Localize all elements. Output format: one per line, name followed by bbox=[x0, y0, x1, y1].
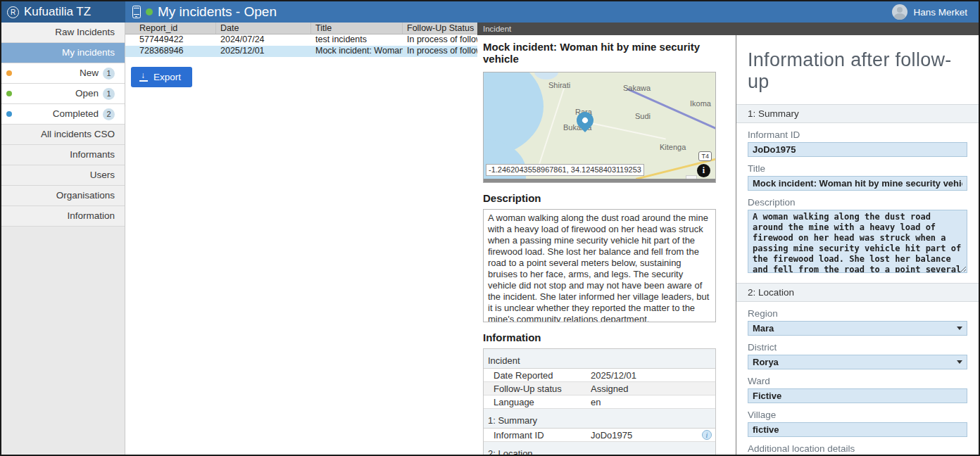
mobile-phone-icon bbox=[132, 6, 141, 18]
brand-logo-icon: R bbox=[7, 6, 19, 18]
app-window: R Kufuatilia TZ My incidents - Open Hans… bbox=[0, 0, 980, 456]
description-field[interactable]: A woman walking along the dust road arou… bbox=[748, 210, 967, 273]
map-attribution-info-icon[interactable]: i bbox=[697, 164, 710, 177]
info-row: Date Reported 2025/12/01 bbox=[484, 369, 715, 382]
sidebar-item-raw-incidents[interactable]: Raw Incidents bbox=[1, 23, 125, 43]
incident-location-map[interactable]: Shirati Sakawa Ikoma Rara Sudi Bukama Ki… bbox=[483, 72, 716, 183]
region-label: Region bbox=[748, 308, 967, 319]
user-menu[interactable]: Hans Merket bbox=[892, 4, 979, 20]
info-row-value: en bbox=[591, 395, 715, 408]
informant-id-field[interactable] bbox=[748, 142, 967, 157]
user-avatar bbox=[892, 4, 907, 20]
open-status-dot-icon bbox=[6, 91, 12, 96]
sidebar-item-new[interactable]: New1 bbox=[1, 63, 125, 84]
column-header-report-id[interactable]: Report_id bbox=[125, 23, 216, 34]
page-header: My incidents - Open bbox=[125, 4, 892, 20]
sidebar-item-label: Users bbox=[90, 170, 115, 180]
sidebar-item-label: All incidents CSO bbox=[41, 129, 115, 139]
cell-title: test incidents bbox=[311, 34, 403, 46]
cell-report-id: 728368946 bbox=[125, 46, 216, 57]
district-value: Rorya bbox=[753, 357, 779, 367]
information-table: Incident Date Reported 2025/12/01 Follow… bbox=[483, 348, 716, 455]
description-label: Description bbox=[748, 197, 967, 208]
sidebar-item-label: Completed bbox=[53, 108, 99, 119]
region-select[interactable]: Mara bbox=[748, 321, 967, 336]
info-row: Language en bbox=[484, 395, 715, 409]
sidebar-item-open[interactable]: Open1 bbox=[1, 84, 125, 104]
map-water-shape bbox=[534, 72, 558, 80]
column-header-date[interactable]: Date bbox=[216, 23, 311, 34]
completed-status-dot-icon bbox=[6, 111, 12, 117]
download-icon bbox=[139, 73, 148, 82]
map-place-label: Shirati bbox=[548, 81, 570, 89]
cell-report-id: 577449422 bbox=[125, 34, 216, 46]
info-row: Follow-Up status Assigned bbox=[484, 382, 715, 395]
map-place-label: Ikoma bbox=[690, 99, 711, 108]
info-section-row: Incident bbox=[484, 349, 715, 369]
ward-label: Ward bbox=[748, 376, 967, 386]
map-coordinates: -1.2462043558967861, 34.12458403119253 bbox=[486, 164, 644, 176]
incident-title: Mock incident: Woman hit by mine securit… bbox=[483, 41, 716, 65]
sidebar-item-all-incidents-cso[interactable]: All incidents CSO bbox=[1, 125, 125, 145]
additional-location-label: Additional location details bbox=[748, 443, 967, 454]
title-field[interactable] bbox=[748, 176, 967, 191]
incident-detail-overlay: Incident Mock incident: Woman hit by min… bbox=[477, 23, 979, 455]
title-label: Title bbox=[748, 163, 967, 174]
info-row-value: Assigned bbox=[591, 382, 715, 395]
info-row-label: Follow-Up status bbox=[484, 382, 591, 395]
sidebar-item-organisations[interactable]: Organisations bbox=[1, 186, 125, 206]
sidebar-item-informants[interactable]: Informants bbox=[1, 145, 125, 165]
district-label: District bbox=[748, 342, 967, 353]
chevron-down-icon bbox=[957, 327, 962, 330]
incident-detail-column: Mock incident: Woman hit by mine securit… bbox=[477, 35, 721, 455]
sidebar-item-information[interactable]: Information bbox=[1, 206, 125, 227]
export-button[interactable]: Export bbox=[131, 67, 192, 87]
cell-date: 2025/12/01 bbox=[216, 46, 311, 57]
export-label: Export bbox=[153, 72, 181, 82]
user-name: Hans Merket bbox=[913, 7, 967, 18]
map-place-label: Sudi bbox=[635, 112, 651, 120]
followup-form-column: Information after follow-up 1: Summary I… bbox=[736, 35, 979, 455]
column-header-title[interactable]: Title bbox=[311, 23, 403, 34]
overlay-title-bar: Incident bbox=[477, 23, 979, 35]
sidebar-item-label: Informants bbox=[70, 149, 115, 160]
village-field[interactable] bbox=[748, 422, 967, 437]
info-row-label: Date Reported bbox=[484, 369, 591, 381]
new-status-dot-icon bbox=[6, 70, 12, 76]
sidebar-item-completed[interactable]: Completed2 bbox=[1, 104, 125, 125]
info-row-label: Informant ID bbox=[484, 429, 591, 441]
sidebar-item-users[interactable]: Users bbox=[1, 165, 125, 186]
count-badge: 1 bbox=[103, 88, 115, 100]
sidebar-item-label: Raw Incidents bbox=[55, 27, 115, 37]
map-place-label: Kitenga bbox=[660, 143, 686, 151]
chevron-down-icon bbox=[957, 360, 962, 364]
informant-info-icon[interactable]: i bbox=[702, 430, 712, 440]
info-row-value: JoDo1975 bbox=[591, 429, 715, 441]
district-select[interactable]: Rorya bbox=[748, 355, 967, 369]
info-section-row: 1: Summary bbox=[484, 409, 715, 429]
sidebar-item-label: Organisations bbox=[56, 190, 115, 201]
information-heading: Information bbox=[483, 331, 716, 343]
info-row: Informant ID JoDo1975 i bbox=[484, 429, 715, 442]
brand-name: Kufuatilia TZ bbox=[24, 5, 91, 19]
info-section-row: 2: Location bbox=[484, 442, 715, 455]
followup-title: Information after follow-up bbox=[748, 49, 967, 93]
brand-home-link[interactable]: R Kufuatilia TZ bbox=[1, 1, 125, 23]
count-badge: 2 bbox=[103, 108, 115, 120]
followup-section-summary: 1: Summary bbox=[736, 104, 979, 123]
sidebar-item-my-incidents[interactable]: My incidents bbox=[1, 43, 125, 63]
open-status-dot-icon bbox=[146, 8, 153, 15]
informant-id-label: Informant ID bbox=[748, 129, 967, 140]
ward-field[interactable] bbox=[748, 388, 967, 403]
sidebar: Raw Incidents My incidents New1 Open1 Co… bbox=[1, 23, 125, 455]
description-text: A woman walking along the dust road arou… bbox=[483, 209, 716, 322]
cell-title: Mock incident: Woman hit by mine securit… bbox=[311, 46, 403, 57]
sidebar-item-label: My incidents bbox=[62, 47, 115, 58]
village-label: Village bbox=[748, 410, 967, 420]
page-title: My incidents - Open bbox=[158, 4, 277, 20]
sidebar-item-label: Open bbox=[75, 88, 99, 99]
count-badge: 1 bbox=[103, 68, 115, 80]
info-row-label: Language bbox=[484, 395, 591, 408]
sidebar-item-label: Information bbox=[67, 210, 115, 221]
map-bottom-scrollbar[interactable] bbox=[484, 179, 715, 182]
